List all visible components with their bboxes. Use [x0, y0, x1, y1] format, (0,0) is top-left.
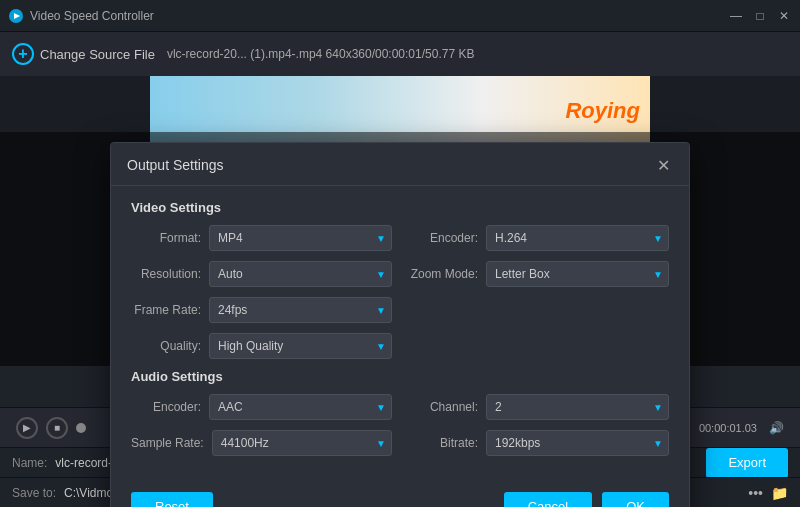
zoom-mode-label: Zoom Mode:	[408, 267, 478, 281]
more-button[interactable]: •••	[748, 485, 763, 501]
encoder-select[interactable]: H.264 H.265	[486, 225, 669, 251]
quality-row: Quality: High Quality Medium Quality Low…	[131, 333, 669, 359]
resolution-zoom-row: Resolution: Auto 1080p 720p ▼ Zoom Mode:	[131, 261, 669, 287]
export-button[interactable]: Export	[706, 448, 788, 478]
audio-encoder-select-wrapper: AAC MP3 ▼	[209, 394, 392, 420]
bitrate-label: Bitrate:	[408, 436, 478, 450]
encoder-group: Encoder: H.264 H.265 ▼	[408, 225, 669, 251]
title-bar: Video Speed Controller — □ ✕	[0, 0, 800, 32]
stop-icon: ■	[54, 422, 60, 433]
play-button[interactable]: ▶	[16, 417, 38, 439]
reset-button[interactable]: Reset	[131, 492, 213, 507]
ok-button[interactable]: OK	[602, 492, 669, 507]
audio-encoder-group: Encoder: AAC MP3 ▼	[131, 394, 392, 420]
minimize-button[interactable]: —	[728, 8, 744, 24]
encoder-label: Encoder:	[408, 231, 478, 245]
maximize-button[interactable]: □	[752, 8, 768, 24]
zoom-mode-select[interactable]: Letter Box Pan & Scan	[486, 261, 669, 287]
channel-group: Channel: 2 1 6 ▼	[408, 394, 669, 420]
main-area: Roying Output Settings ✕ Video Settings …	[0, 76, 800, 366]
format-encoder-row: Format: MP4 AVI MOV ▼ Encoder:	[131, 225, 669, 251]
resolution-select[interactable]: Auto 1080p 720p	[209, 261, 392, 287]
bitrate-select[interactable]: 192kbps 128kbps 256kbps	[486, 430, 669, 456]
stop-button[interactable]: ■	[46, 417, 68, 439]
dialog-close-button[interactable]: ✕	[653, 155, 673, 175]
footer-right-buttons: Cancel OK	[504, 492, 669, 507]
close-button[interactable]: ✕	[776, 8, 792, 24]
window-controls: — □ ✕	[728, 8, 792, 24]
samplerate-select-wrapper: 44100Hz 22050Hz 48000Hz ▼	[212, 430, 392, 456]
change-source-label: Change Source File	[40, 47, 155, 62]
file-info: vlc-record-20... (1).mp4-.mp4 640x360/00…	[167, 47, 475, 61]
channel-select[interactable]: 2 1 6	[486, 394, 669, 420]
samplerate-group: Sample Rate: 44100Hz 22050Hz 48000Hz ▼	[131, 430, 392, 456]
audio-section-title: Audio Settings	[131, 369, 669, 384]
progress-dot	[76, 423, 86, 433]
encoder-select-wrapper: H.264 H.265 ▼	[486, 225, 669, 251]
play-icon: ▶	[23, 422, 31, 433]
resolution-label: Resolution:	[131, 267, 201, 281]
toolbar: + Change Source File vlc-record-20... (1…	[0, 32, 800, 76]
samplerate-select[interactable]: 44100Hz 22050Hz 48000Hz	[212, 430, 392, 456]
audio-section: Audio Settings Encoder: AAC MP3 ▼	[131, 369, 669, 456]
zoom-mode-select-wrapper: Letter Box Pan & Scan ▼	[486, 261, 669, 287]
channel-text: Roying	[565, 98, 640, 124]
dialog-header: Output Settings ✕	[111, 143, 689, 186]
framerate-select[interactable]: 24fps 30fps 60fps	[209, 297, 392, 323]
format-group: Format: MP4 AVI MOV ▼	[131, 225, 392, 251]
output-settings-dialog: Output Settings ✕ Video Settings Format:…	[110, 142, 690, 507]
audio-encoder-channel-row: Encoder: AAC MP3 ▼ Channel:	[131, 394, 669, 420]
framerate-label: Frame Rate:	[131, 303, 201, 317]
dialog-title: Output Settings	[127, 157, 224, 173]
audio-encoder-select[interactable]: AAC MP3	[209, 394, 392, 420]
folder-icon[interactable]: 📁	[771, 485, 788, 501]
format-select-wrapper: MP4 AVI MOV ▼	[209, 225, 392, 251]
volume-icon[interactable]: 🔊	[769, 421, 784, 435]
channel-label: Channel:	[408, 400, 478, 414]
change-source-button[interactable]: + Change Source File	[12, 43, 155, 65]
framerate-row: Frame Rate: 24fps 30fps 60fps ▼	[131, 297, 669, 323]
name-label: Name:	[12, 456, 47, 470]
resolution-select-wrapper: Auto 1080p 720p ▼	[209, 261, 392, 287]
channel-select-wrapper: 2 1 6 ▼	[486, 394, 669, 420]
quality-select-wrapper: High Quality Medium Quality Low Quality …	[209, 333, 392, 359]
dialog-footer: Reset Cancel OK	[111, 480, 689, 507]
resolution-group: Resolution: Auto 1080p 720p ▼	[131, 261, 392, 287]
audio-encoder-label: Encoder:	[131, 400, 201, 414]
framerate-group: Frame Rate: 24fps 30fps 60fps ▼	[131, 297, 392, 323]
format-label: Format:	[131, 231, 201, 245]
bitrate-group: Bitrate: 192kbps 128kbps 256kbps ▼	[408, 430, 669, 456]
time-display: 00:00:01.03	[699, 422, 757, 434]
dialog-body: Video Settings Format: MP4 AVI MOV ▼	[111, 186, 689, 480]
cancel-button[interactable]: Cancel	[504, 492, 592, 507]
bitrate-select-wrapper: 192kbps 128kbps 256kbps ▼	[486, 430, 669, 456]
save-label: Save to:	[12, 486, 56, 500]
samplerate-label: Sample Rate:	[131, 436, 204, 450]
quality-select[interactable]: High Quality Medium Quality Low Quality	[209, 333, 392, 359]
player-controls: ▶ ■	[16, 417, 86, 439]
add-icon: +	[12, 43, 34, 65]
quality-group: Quality: High Quality Medium Quality Low…	[131, 333, 392, 359]
zoom-mode-group: Zoom Mode: Letter Box Pan & Scan ▼	[408, 261, 669, 287]
format-select[interactable]: MP4 AVI MOV	[209, 225, 392, 251]
samplerate-bitrate-row: Sample Rate: 44100Hz 22050Hz 48000Hz ▼	[131, 430, 669, 456]
quality-label: Quality:	[131, 339, 201, 353]
app-title: Video Speed Controller	[30, 9, 728, 23]
dialog-overlay: Output Settings ✕ Video Settings Format:…	[0, 132, 800, 366]
video-section-title: Video Settings	[131, 200, 669, 215]
app-icon	[8, 8, 24, 24]
framerate-select-wrapper: 24fps 30fps 60fps ▼	[209, 297, 392, 323]
